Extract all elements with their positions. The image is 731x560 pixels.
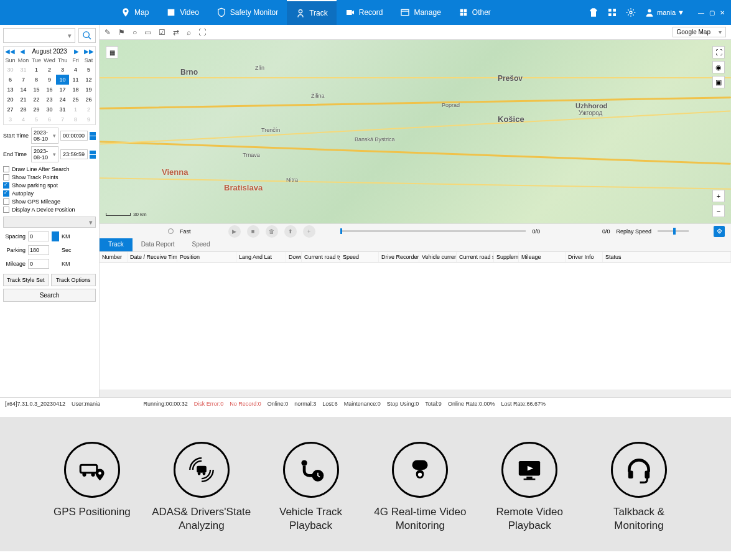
col-mileage[interactable]: Mileage [519, 252, 566, 262]
horizontal-scrollbar[interactable] [100, 390, 731, 397]
cal-day[interactable]: 18 [69, 85, 82, 95]
map-layers-button[interactable]: ▦ [106, 46, 118, 58]
cal-day[interactable]: 7 [17, 75, 30, 85]
check-draw-line[interactable]: Draw Line After Search [3, 166, 96, 172]
fast-radio[interactable] [168, 228, 174, 234]
parking-input[interactable]: 180 [28, 245, 49, 255]
start-time-input[interactable]: 00:00:00 [60, 131, 88, 141]
nav-record[interactable]: Record [337, 0, 392, 25]
cal-day[interactable]: 31 [56, 105, 69, 114]
cal-day[interactable]: 5 [82, 65, 95, 75]
cal-day[interactable]: 17 [56, 85, 69, 95]
cal-day[interactable]: 6 [4, 75, 17, 85]
cal-day[interactable]: 9 [43, 75, 56, 85]
map-globe-button[interactable]: ◉ [712, 61, 725, 73]
nav-track[interactable]: Track [287, 0, 337, 25]
col-number[interactable]: Number [100, 252, 128, 262]
map-zoom-out[interactable]: − [712, 205, 725, 217]
col-speed[interactable]: Speed [340, 252, 379, 262]
map-provider-select[interactable]: Google Map [673, 27, 726, 37]
cal-day[interactable]: 9 [82, 114, 95, 124]
vehicle-select[interactable]: ▾ [3, 28, 75, 43]
col-lnglat[interactable]: Lang And Lat [236, 252, 286, 262]
cal-day[interactable]: 4 [17, 114, 30, 124]
nav-video[interactable]: Video [157, 0, 207, 25]
cal-day[interactable]: 26 [82, 95, 95, 105]
add-button[interactable]: + [303, 225, 315, 238]
end-time-input[interactable]: 23:59:59 [60, 149, 88, 159]
spacing-dropdown[interactable] [52, 231, 59, 241]
cal-day[interactable]: 15 [30, 85, 43, 95]
cal-day[interactable]: 4 [69, 65, 82, 75]
spacing-input[interactable]: 0 [28, 231, 49, 241]
cal-day[interactable]: 20 [4, 95, 17, 105]
progress-slider[interactable] [340, 230, 526, 232]
nav-other[interactable]: Other [450, 0, 500, 25]
cal-day[interactable]: 25 [69, 95, 82, 105]
track-options-button[interactable]: Track Options [51, 274, 96, 286]
tool-pencil-icon[interactable]: ✎ [105, 28, 111, 37]
minimize-button[interactable]: — [698, 9, 704, 16]
cal-day[interactable]: 22 [30, 95, 43, 105]
dashboard-icon[interactable] [607, 7, 617, 17]
mileage-input[interactable]: 0 [28, 259, 49, 269]
close-button[interactable]: ✕ [720, 9, 725, 16]
filter-select[interactable]: ▾ [3, 217, 96, 228]
cal-day[interactable]: 30 [4, 65, 17, 75]
cal-day[interactable]: 16 [43, 85, 56, 95]
cal-day[interactable]: 30 [43, 105, 56, 114]
end-time-up[interactable] [90, 151, 96, 154]
nav-safety[interactable]: Safety Monitor [208, 0, 287, 25]
cal-day[interactable]: 10 [56, 75, 69, 85]
cal-day[interactable]: 2 [43, 65, 56, 75]
nav-map[interactable]: Map [112, 0, 157, 25]
maximize-button[interactable]: ▢ [709, 9, 715, 16]
track-style-set-button[interactable]: Track Style Set [3, 274, 49, 286]
cal-day[interactable]: 6 [43, 114, 56, 124]
start-time-down[interactable] [90, 136, 96, 140]
cal-next-year[interactable]: ▶▶ [84, 48, 94, 55]
check-autoplay[interactable]: Autoplay [3, 190, 96, 197]
col-date[interactable]: Date / Receive Time [128, 252, 177, 262]
cal-day[interactable]: 8 [30, 75, 43, 85]
cal-day[interactable]: 24 [56, 95, 69, 105]
end-time-down[interactable] [90, 155, 96, 159]
cal-day[interactable]: 3 [56, 65, 69, 75]
tab-speed[interactable]: Speed [184, 238, 219, 251]
cal-day[interactable]: 31 [17, 65, 30, 75]
search-button[interactable]: Search [3, 289, 96, 302]
map-fullscreen-button[interactable]: ⛶ [712, 46, 725, 58]
tool-fullscreen-icon[interactable]: ⛶ [198, 28, 206, 37]
col-down[interactable]: Down [286, 252, 302, 262]
tab-track[interactable]: Track [100, 238, 133, 251]
cal-day[interactable]: 1 [69, 105, 82, 114]
tool-flag-icon[interactable]: ⚑ [118, 28, 125, 37]
export-button[interactable]: ⬆ [284, 225, 297, 238]
user-menu[interactable]: mania ▼ [645, 7, 684, 17]
col-roadspeed[interactable]: Current road speed [457, 252, 494, 262]
cal-day[interactable]: 8 [69, 114, 82, 124]
col-vehspeed[interactable]: Vehicle current speed [419, 252, 457, 262]
nav-manage[interactable]: Manage [391, 0, 449, 25]
cal-day[interactable]: 12 [82, 75, 95, 85]
col-position[interactable]: Position [177, 252, 236, 262]
check-parking-spot[interactable]: Show parking spot [3, 182, 96, 189]
col-status[interactable]: Status [603, 252, 731, 262]
cal-day[interactable]: 3 [4, 114, 17, 124]
tool-zoom-icon[interactable]: ⌕ [187, 28, 191, 37]
cal-day[interactable]: 28 [17, 105, 30, 114]
col-drivespeed[interactable]: Drive Recorder Speed [379, 252, 419, 262]
gear-icon[interactable] [626, 7, 636, 17]
tool-checkbox-icon[interactable]: ☑ [159, 28, 165, 37]
shirt-icon[interactable] [589, 7, 598, 17]
cal-prev-month[interactable]: ◀ [20, 48, 25, 55]
col-driver[interactable]: Driver Info [566, 252, 603, 262]
cal-day[interactable]: 1 [30, 65, 43, 75]
col-roadtype[interactable]: Current road type [302, 252, 340, 262]
tab-data-report[interactable]: Data Report [133, 238, 184, 251]
map-3d-button[interactable]: ▣ [712, 76, 725, 88]
cal-day[interactable]: 13 [4, 85, 17, 95]
map-zoom-in[interactable]: + [712, 190, 725, 202]
cal-day[interactable]: 29 [30, 105, 43, 114]
cal-day[interactable]: 11 [69, 75, 82, 85]
